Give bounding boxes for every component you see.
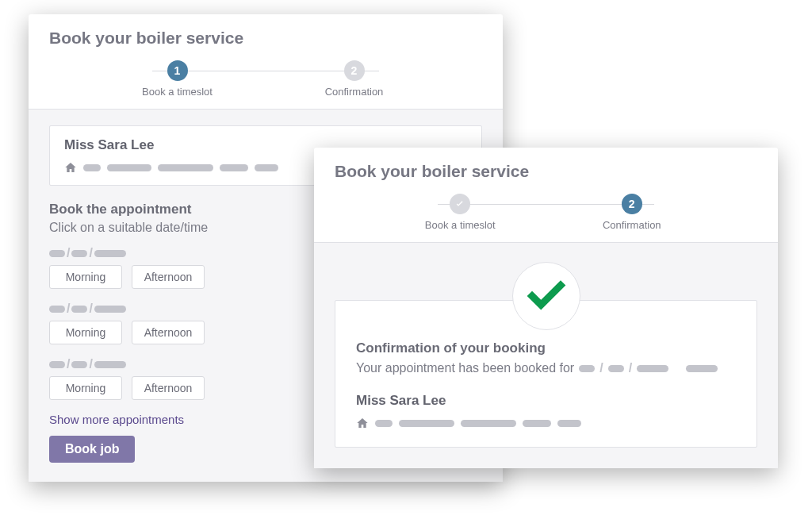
step-label-2: Confirmation — [603, 219, 661, 231]
success-check-circle — [512, 262, 580, 330]
step-label-1: Book a timeslot — [142, 86, 213, 98]
slot-morning-button[interactable]: Morning — [49, 376, 122, 400]
step-1: 1 Book a timeslot — [89, 60, 266, 98]
slot-afternoon-button[interactable]: Afternoon — [132, 376, 205, 400]
step-2: 2 Confirmation — [546, 194, 718, 231]
step-label-1: Book a timeslot — [425, 219, 496, 231]
card-header: Book your boiler service Book a timeslot… — [314, 148, 778, 242]
check-icon — [454, 198, 466, 210]
time-placeholder — [686, 365, 718, 372]
home-icon — [64, 161, 77, 174]
page-title: Book your boiler service — [335, 162, 757, 181]
address-row — [356, 417, 736, 429]
step-2: 2 Confirmation — [266, 60, 442, 98]
address-placeholder — [375, 420, 393, 427]
booking-confirmation-card: Book your boiler service Book a timeslot… — [314, 148, 778, 468]
address-placeholder — [220, 164, 248, 171]
date-placeholder — [608, 365, 624, 372]
confirm-body: Confirmation of your booking Your appoin… — [314, 243, 778, 468]
step-circle-done — [450, 194, 470, 214]
date-placeholder — [579, 365, 595, 372]
checkmark-icon — [525, 275, 568, 317]
address-placeholder — [557, 420, 581, 427]
card-header: Book your boiler service 1 Book a timesl… — [29, 14, 503, 109]
customer-name: Miss Sara Lee — [356, 393, 736, 409]
step-circle-1: 1 — [167, 60, 188, 81]
step-1: Book a timeslot — [374, 194, 546, 231]
address-placeholder — [461, 420, 516, 427]
address-placeholder — [83, 164, 101, 171]
date-placeholder — [637, 365, 668, 372]
confirmation-title: Confirmation of your booking — [356, 340, 736, 356]
address-placeholder — [399, 420, 454, 427]
home-icon — [356, 417, 369, 429]
slot-morning-button[interactable]: Morning — [49, 321, 122, 344]
slot-morning-button[interactable]: Morning — [49, 265, 122, 289]
step-label-2: Confirmation — [325, 86, 384, 98]
page-title: Book your boiler service — [49, 29, 482, 48]
stepper: Book a timeslot 2 Confirmation — [335, 194, 757, 231]
book-job-button[interactable]: Book job — [49, 436, 135, 463]
step-circle-2: 2 — [344, 60, 365, 81]
address-placeholder — [255, 164, 278, 171]
confirmation-text: Your appointment has been booked for — [356, 361, 574, 375]
address-placeholder — [158, 164, 213, 171]
address-placeholder — [523, 420, 551, 427]
step-circle-2: 2 — [622, 194, 642, 214]
confirmation-text-row: Your appointment has been booked for / / — [356, 361, 736, 375]
show-more-link[interactable]: Show more appointments — [49, 413, 184, 426]
slot-afternoon-button[interactable]: Afternoon — [132, 321, 205, 344]
stepper: 1 Book a timeslot 2 Confirmation — [49, 60, 482, 98]
address-placeholder — [107, 164, 151, 171]
slot-afternoon-button[interactable]: Afternoon — [132, 265, 205, 289]
